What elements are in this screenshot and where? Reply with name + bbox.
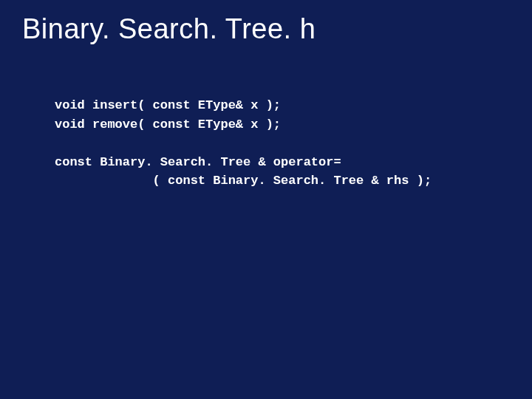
code-line-4: ( const Binary. Search. Tree & rhs ); [55,174,432,188]
code-line-2: void remove( const EType& x ); [55,117,281,132]
slide-title: Binary. Search. Tree. h [22,13,316,45]
code-line-1: void insert( const EType& x ); [55,98,281,112]
code-line-3: const Binary. Search. Tree & operator= [55,155,341,169]
code-block: void insert( const EType& x ); void remo… [55,96,432,191]
slide: Binary. Search. Tree. h void insert( con… [0,0,532,399]
